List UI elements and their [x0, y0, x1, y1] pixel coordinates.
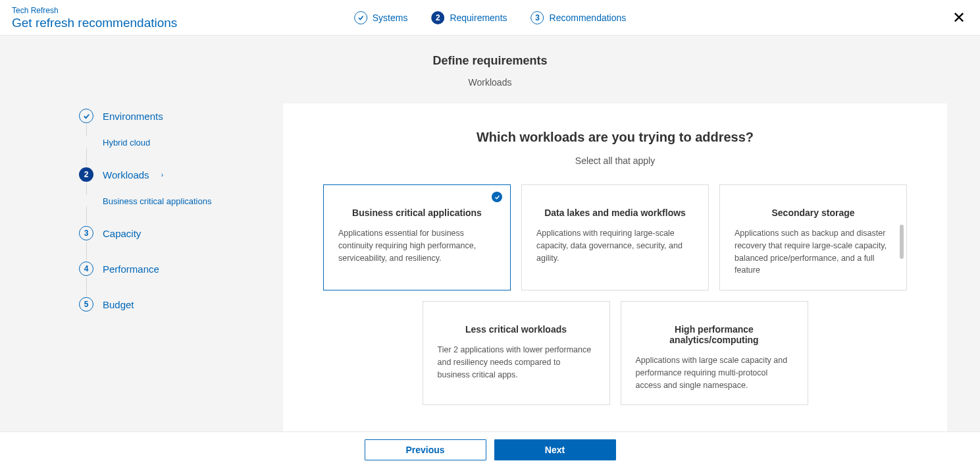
step-number-icon: 3: [531, 11, 544, 24]
sidenav-item-workloads[interactable]: 2 Workloads ›: [79, 166, 283, 183]
card-title: Less critical workloads: [438, 324, 595, 335]
chevron-right-icon: ›: [161, 171, 164, 179]
card-title: Secondary storage: [735, 207, 892, 218]
cards-row-1: Business critical applications Applicati…: [309, 184, 921, 290]
check-icon: [492, 192, 502, 202]
subheader: Define requirements Workloads: [0, 36, 980, 88]
sidenav-item-performance[interactable]: 4 Performance: [79, 260, 283, 277]
section-title: Define requirements: [0, 54, 980, 68]
wizard-header: Tech Refresh Get refresh recommendations…: [0, 0, 980, 36]
step-label: Recommendations: [550, 13, 627, 23]
card-desc: Applications with requiring large-scale …: [536, 227, 694, 264]
sidenav-label: Capacity: [103, 228, 141, 239]
card-desc: Tier 2 applications with lower performan…: [438, 344, 595, 381]
sidenav-label: Workloads: [103, 169, 149, 180]
next-button[interactable]: Next: [494, 439, 616, 460]
step-label: Systems: [373, 13, 408, 23]
step-number-icon: 3: [79, 226, 93, 240]
close-icon[interactable]: ✕: [947, 6, 971, 30]
panel-instruction: Select all that apply: [309, 155, 921, 166]
sidenav-label: Environments: [103, 111, 163, 122]
workload-panel: Which workloads are you trying to addres…: [283, 103, 947, 435]
step-number-icon: 5: [79, 297, 93, 312]
card-title: Business critical applications: [338, 207, 496, 218]
sidenav-item-budget[interactable]: 5 Budget: [79, 296, 283, 313]
step-requirements[interactable]: 2 Requirements: [431, 11, 507, 24]
card-business-critical[interactable]: Business critical applications Applicati…: [323, 184, 511, 290]
page-title: Get refresh recommendations: [12, 15, 186, 32]
content-area: Define requirements Workloads Environmen…: [0, 36, 980, 431]
cards-row-2: Less critical workloads Tier 2 applicati…: [309, 301, 921, 405]
wizard-footer: Previous Next: [0, 431, 980, 467]
sidenav-item-capacity[interactable]: 3 Capacity: [79, 225, 283, 242]
card-hpc[interactable]: High performance analytics/computing App…: [621, 301, 808, 405]
step-number-icon: 2: [431, 11, 444, 24]
card-desc: Applications with large scale capacity a…: [636, 354, 793, 391]
sidenav-sub-workloads: Business critical applications: [103, 196, 283, 206]
step-number-icon: 4: [79, 261, 93, 276]
previous-button[interactable]: Previous: [365, 439, 486, 460]
sidenav-label: Budget: [103, 299, 134, 310]
card-less-critical[interactable]: Less critical workloads Tier 2 applicati…: [423, 301, 610, 405]
panel-question: Which workloads are you trying to addres…: [309, 130, 921, 145]
step-systems[interactable]: Systems: [354, 11, 408, 24]
card-data-lakes[interactable]: Data lakes and media workflows Applicati…: [521, 184, 709, 290]
section-subtitle: Workloads: [0, 77, 980, 88]
top-stepper: Systems 2 Requirements 3 Recommendations: [354, 11, 627, 24]
step-label: Requirements: [450, 13, 507, 23]
card-title: High performance analytics/computing: [636, 324, 793, 345]
sidenav-label: Performance: [103, 263, 159, 275]
requirements-sidenav: Environments Hybrid cloud 2 Workloads › …: [79, 103, 283, 435]
sidenav-sub-environments: Hybrid cloud: [103, 138, 283, 148]
step-recommendations[interactable]: 3 Recommendations: [531, 11, 627, 24]
sidenav-item-environments[interactable]: Environments: [79, 107, 283, 124]
check-icon: [354, 11, 367, 24]
header-title-block: Tech Refresh Get refresh recommendations: [0, 1, 197, 34]
card-desc: Applications such as backup and disaster…: [735, 227, 892, 277]
check-icon: [79, 109, 93, 123]
card-title: Data lakes and media workflows: [536, 207, 694, 218]
card-secondary-storage[interactable]: Secondary storage Applications such as b…: [719, 184, 907, 290]
step-number-icon: 2: [79, 167, 93, 182]
header-eyebrow: Tech Refresh: [12, 6, 186, 15]
card-desc: Applications essential for business cont…: [338, 227, 496, 264]
